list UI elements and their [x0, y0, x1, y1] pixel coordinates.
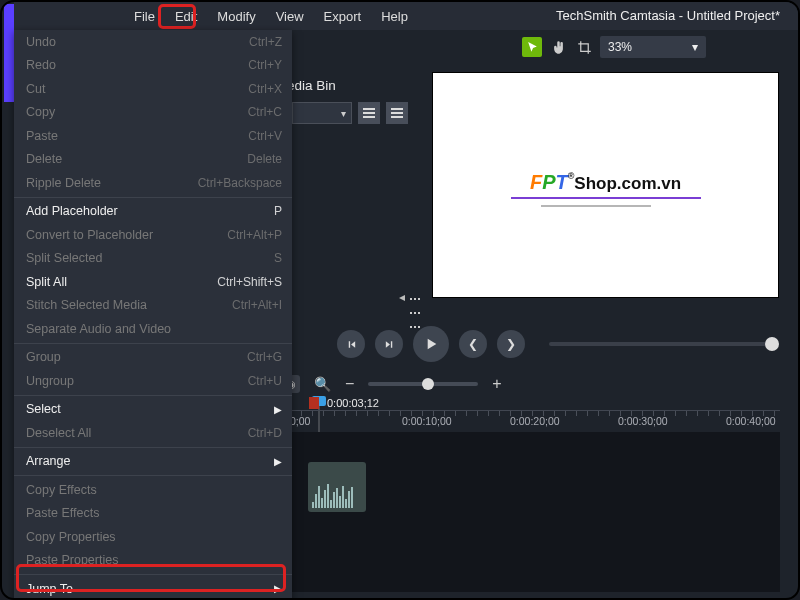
- chevron-left-icon: ◂: [399, 290, 405, 304]
- playback-bar: ❮ ❯: [337, 322, 773, 366]
- menu-item-jump-to[interactable]: Jump To▶: [14, 577, 292, 600]
- chevron-right-icon: ▶: [274, 404, 282, 415]
- menu-modify[interactable]: Modify: [207, 5, 265, 28]
- menu-item-group: GroupCtrl+G: [14, 346, 292, 370]
- canvas-zoom-dropdown[interactable]: 33% ▾: [600, 36, 706, 58]
- canvas-zoom-value: 33%: [608, 40, 632, 54]
- media-bin-label: edia Bin: [287, 78, 336, 93]
- menu-item-label: Paste Effects: [26, 506, 282, 520]
- menu-item-copy-properties: Copy Properties: [14, 525, 292, 549]
- play-button[interactable]: [413, 326, 449, 362]
- menu-item-shortcut: Ctrl+Shift+S: [217, 275, 282, 289]
- menu-item-label: Group: [26, 350, 247, 364]
- menu-item-shortcut: Delete: [247, 152, 282, 166]
- canvas-preview[interactable]: FPT®Shop.com.vn: [432, 72, 779, 298]
- menu-item-label: Copy Effects: [26, 483, 282, 497]
- menu-item-shortcut: Ctrl+D: [248, 426, 282, 440]
- zoom-in-icon[interactable]: +: [492, 375, 501, 393]
- menu-item-shortcut: Ctrl+Y: [248, 58, 282, 72]
- ruler-tick: 0:00:20;00: [510, 415, 560, 427]
- ruler-tick: 0:00:40;00: [726, 415, 776, 427]
- logo-underline-2: [541, 205, 651, 207]
- menu-item-stitch-selected-media: Stitch Selected MediaCtrl+Alt+I: [14, 294, 292, 318]
- menu-item-delete: DeleteDelete: [14, 148, 292, 172]
- playhead-timecode: 0:00:03;12: [327, 397, 379, 409]
- next-marker-button[interactable]: ❯: [497, 330, 525, 358]
- prev-frame-button[interactable]: [337, 330, 365, 358]
- menu-item-label: Copy: [26, 105, 248, 119]
- menu-file[interactable]: File: [124, 5, 165, 28]
- menu-item-paste-properties: Paste Properties: [14, 549, 292, 573]
- menu-item-arrange[interactable]: Arrange▶: [14, 450, 292, 474]
- menu-item-deselect-all: Deselect AllCtrl+D: [14, 421, 292, 445]
- chevron-right-icon: ▶: [274, 456, 282, 467]
- seek-slider[interactable]: [549, 342, 773, 346]
- view-list-icon[interactable]: [358, 102, 380, 124]
- menu-item-ungroup: UngroupCtrl+U: [14, 369, 292, 393]
- menu-item-split-all[interactable]: Split AllCtrl+Shift+S: [14, 270, 292, 294]
- menu-item-copy: CopyCtrl+C: [14, 101, 292, 125]
- menu-item-label: Add Placeholder: [26, 204, 274, 218]
- select-tool-icon[interactable]: [522, 37, 542, 57]
- menu-item-label: Convert to Placeholder: [26, 228, 227, 242]
- ruler-tick: 0;00: [290, 415, 310, 427]
- chevron-right-icon: ▶: [274, 583, 282, 594]
- menu-item-copy-effects: Copy Effects: [14, 478, 292, 502]
- ruler-tick: 0:00:30;00: [618, 415, 668, 427]
- menu-item-paste: PasteCtrl+V: [14, 124, 292, 148]
- prev-marker-button[interactable]: ❮: [459, 330, 487, 358]
- app-window: FileEditModifyViewExportHelp TechSmith C…: [0, 0, 800, 600]
- grid-view-toggle[interactable]: ◂: [399, 290, 423, 304]
- view-details-icon[interactable]: [386, 102, 408, 124]
- ruler-tick: 0:00:10;00: [402, 415, 452, 427]
- menu-item-label: Split All: [26, 275, 217, 289]
- menu-item-shortcut: Ctrl+G: [247, 350, 282, 364]
- menu-item-label: Jump To: [26, 582, 274, 596]
- menu-item-shortcut: Ctrl+X: [248, 82, 282, 96]
- search-icon[interactable]: 🔍: [314, 376, 331, 392]
- menu-item-label: Ungroup: [26, 374, 248, 388]
- preview-logo: FPT®Shop.com.vn: [433, 171, 778, 194]
- menu-item-add-placeholder[interactable]: Add PlaceholderP: [14, 200, 292, 224]
- menu-item-label: Split Selected: [26, 251, 274, 265]
- logo-underline-1: [511, 197, 701, 199]
- menu-item-shortcut: Ctrl+C: [248, 105, 282, 119]
- pan-tool-icon[interactable]: [548, 37, 568, 57]
- media-bin-dropdown[interactable]: ▾: [292, 102, 352, 124]
- menu-item-split-selected: Split SelectedS: [14, 247, 292, 271]
- menu-view[interactable]: View: [266, 5, 314, 28]
- menu-help[interactable]: Help: [371, 5, 418, 28]
- menu-item-convert-to-placeholder: Convert to PlaceholderCtrl+Alt+P: [14, 223, 292, 247]
- timeline-ruler[interactable]: 0;000:00:10;000:00:20;000:00:30;000:00:4…: [282, 410, 780, 430]
- left-accent: [4, 4, 14, 102]
- menu-export[interactable]: Export: [314, 5, 372, 28]
- record-indicator-icon: [309, 397, 319, 409]
- timeline-zoom-slider[interactable]: [368, 382, 478, 386]
- crop-tool-icon[interactable]: [574, 37, 594, 57]
- edit-menu-dropdown: UndoCtrl+ZRedoCtrl+YCutCtrl+XCopyCtrl+CP…: [14, 30, 292, 600]
- window-title: TechSmith Camtasia - Untitled Project*: [556, 8, 780, 23]
- chevron-down-icon: ▾: [692, 40, 698, 54]
- seek-handle[interactable]: [765, 337, 779, 351]
- menu-item-label: Copy Properties: [26, 530, 282, 544]
- menu-item-select[interactable]: Select▶: [14, 398, 292, 422]
- menu-item-label: Stitch Selected Media: [26, 298, 232, 312]
- menu-item-shortcut: Ctrl+Z: [249, 35, 282, 49]
- menu-edit[interactable]: Edit: [165, 5, 207, 28]
- menu-item-label: Paste Properties: [26, 553, 282, 567]
- next-frame-button[interactable]: [375, 330, 403, 358]
- timeline-zoom-handle[interactable]: [422, 378, 434, 390]
- zoom-out-icon[interactable]: −: [345, 375, 354, 393]
- menu-item-shortcut: Ctrl+Alt+I: [232, 298, 282, 312]
- timeline-tracks[interactable]: [282, 432, 780, 592]
- menu-item-cut: CutCtrl+X: [14, 77, 292, 101]
- waveform-icon: [312, 484, 362, 508]
- menu-item-shortcut: Ctrl+Backspace: [198, 176, 282, 190]
- menu-item-label: Ripple Delete: [26, 176, 198, 190]
- menu-item-label: Redo: [26, 58, 248, 72]
- menu-item-shortcut: P: [274, 204, 282, 218]
- menu-item-label: Undo: [26, 35, 249, 49]
- grid-icon: [409, 290, 423, 304]
- menu-item-undo: UndoCtrl+Z: [14, 30, 292, 54]
- timeline-clip[interactable]: [308, 462, 366, 512]
